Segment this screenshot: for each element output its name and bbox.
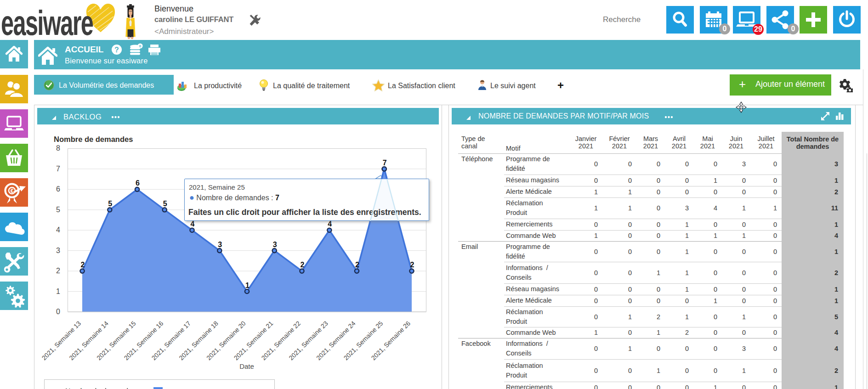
svg-text:6: 6 xyxy=(136,179,140,187)
svg-text:2: 2 xyxy=(355,261,359,269)
svg-text:7: 7 xyxy=(56,165,60,173)
svg-text:2: 2 xyxy=(410,261,414,269)
svg-text:5: 5 xyxy=(163,200,167,208)
svg-text:4: 4 xyxy=(56,226,60,234)
svg-text:1: 1 xyxy=(56,288,60,295)
svg-text:Date: Date xyxy=(239,362,254,370)
svg-text:2: 2 xyxy=(81,261,85,269)
svg-text:5: 5 xyxy=(56,206,60,214)
svg-text:2: 2 xyxy=(301,261,305,269)
svg-text:2: 2 xyxy=(56,267,60,275)
svg-text:3: 3 xyxy=(273,241,277,248)
svg-text:3: 3 xyxy=(56,247,60,254)
svg-text:5: 5 xyxy=(108,200,112,208)
svg-text:0: 0 xyxy=(56,308,60,316)
svg-text:1: 1 xyxy=(245,282,250,289)
svg-text:4: 4 xyxy=(328,220,332,228)
svg-text:Nombre de demandes: Nombre de demandes xyxy=(65,387,136,389)
svg-text:4: 4 xyxy=(191,220,195,228)
svg-text:8: 8 xyxy=(56,144,60,152)
svg-text:3: 3 xyxy=(218,241,222,248)
svg-text:6: 6 xyxy=(56,185,60,193)
